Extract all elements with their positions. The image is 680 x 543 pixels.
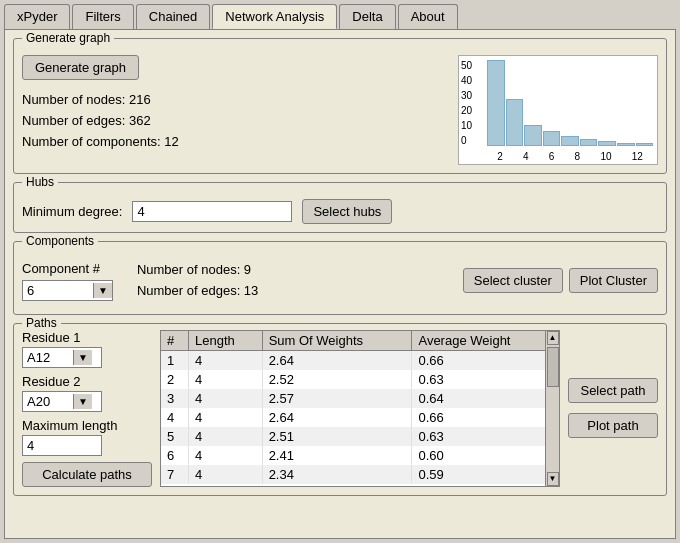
tab-xpyder[interactable]: xPyder [4,4,70,29]
residue1-label: Residue 1 [22,330,152,345]
components-title: Components [22,234,98,248]
hubs-section: Hubs Minimum degree: Select hubs [13,182,667,233]
bar-2 [506,99,524,146]
component-select-input[interactable] [23,281,93,300]
plot-path-button[interactable]: Plot path [568,413,658,438]
plot-cluster-button[interactable]: Plot Cluster [569,268,658,293]
components-stat: Number of components: 12 [22,132,450,153]
scrollbar-down-btn[interactable]: ▼ [547,472,559,486]
min-degree-label: Minimum degree: [22,204,122,219]
bar-3 [524,125,542,147]
col-num: # [161,331,189,351]
max-length-input[interactable] [22,435,102,456]
paths-title: Paths [22,316,61,330]
cell-num: 2 [161,370,189,389]
residue2-input[interactable] [23,392,73,411]
residue1-input[interactable] [23,348,73,367]
bar-8 [617,143,635,146]
cell-avg_weight: 0.64 [412,389,559,408]
tab-bar: xPyder Filters Chained Network Analysis … [0,0,680,29]
residue1-select-wrapper: ▼ [22,347,102,368]
chart-x-labels: 2 4 6 8 10 12 [487,151,653,162]
cell-num: 3 [161,389,189,408]
tab-filters[interactable]: Filters [72,4,133,29]
residue2-label: Residue 2 [22,374,152,389]
edges-stat: Number of edges: 362 [22,111,450,132]
tab-delta[interactable]: Delta [339,4,395,29]
main-content: Generate graph Generate graph Number of … [4,29,676,539]
hubs-row: Minimum degree: Select hubs [22,189,658,224]
cell-sum_weights: 2.41 [262,446,412,465]
edges-info: Number of edges: 13 [137,281,258,302]
hubs-title: Hubs [22,175,58,189]
cell-avg_weight: 0.66 [412,408,559,427]
generate-left: Generate graph Number of nodes: 216 Numb… [22,55,450,152]
table-row[interactable]: 742.340.59 [161,465,559,484]
generate-graph-section: Generate graph Generate graph Number of … [13,38,667,174]
tab-chained[interactable]: Chained [136,4,210,29]
component-select-wrapper: ▼ [22,280,113,301]
select-cluster-button[interactable]: Select cluster [463,268,563,293]
graph-stats: Number of nodes: 216 Number of edges: 36… [22,90,450,152]
paths-left: Residue 1 ▼ Residue 2 ▼ Maximum length C… [22,330,152,487]
col-length: Length [189,331,263,351]
residue1-dropdown[interactable]: ▼ [73,350,92,365]
table-row[interactable]: 642.410.60 [161,446,559,465]
table-row[interactable]: 542.510.63 [161,427,559,446]
col-avg: Average Weight [412,331,559,351]
generate-graph-button[interactable]: Generate graph [22,55,139,80]
cell-length: 4 [189,446,263,465]
table-row[interactable]: 442.640.66 [161,408,559,427]
residue2-select-wrapper: ▼ [22,391,102,412]
paths-right: Select path Plot path [568,330,658,487]
cell-num: 1 [161,350,189,370]
cell-sum_weights: 2.64 [262,408,412,427]
table-scrollbar[interactable]: ▲ ▼ [545,331,559,486]
scrollbar-thumb[interactable] [547,347,559,387]
degree-chart: 50 40 30 20 10 0 2 4 [458,55,658,165]
paths-table: # Length Sum Of Weights Average Weight 1… [161,331,559,484]
select-path-button[interactable]: Select path [568,378,658,403]
min-degree-input[interactable] [132,201,292,222]
cell-length: 4 [189,350,263,370]
residue2-dropdown[interactable]: ▼ [73,394,92,409]
cell-avg_weight: 0.63 [412,427,559,446]
tab-about[interactable]: About [398,4,458,29]
bar-4 [543,131,561,146]
cell-length: 4 [189,389,263,408]
cell-avg_weight: 0.66 [412,350,559,370]
cell-num: 5 [161,427,189,446]
paths-content: Residue 1 ▼ Residue 2 ▼ Maximum length C… [22,330,658,487]
select-hubs-button[interactable]: Select hubs [302,199,392,224]
component-label: Component # [22,261,113,276]
paths-table-wrapper: # Length Sum Of Weights Average Weight 1… [160,330,560,487]
cell-length: 4 [189,370,263,389]
cell-avg_weight: 0.60 [412,446,559,465]
comp-left: Component # ▼ [22,261,113,301]
cell-num: 7 [161,465,189,484]
tab-network-analysis[interactable]: Network Analysis [212,4,337,29]
nodes-info: Number of nodes: 9 [137,260,258,281]
table-row[interactable]: 342.570.64 [161,389,559,408]
paths-section: Paths Residue 1 ▼ Residue 2 ▼ Maximum le… [13,323,667,496]
components-section: Components Component # ▼ Number of nodes… [13,241,667,315]
max-length-label: Maximum length [22,418,152,433]
bar-6 [580,139,598,146]
cell-sum_weights: 2.52 [262,370,412,389]
nodes-stat: Number of nodes: 216 [22,90,450,111]
component-dropdown-btn[interactable]: ▼ [93,283,112,298]
calculate-paths-button[interactable]: Calculate paths [22,462,152,487]
cell-sum_weights: 2.51 [262,427,412,446]
chart-y-labels: 50 40 30 20 10 0 [461,60,472,146]
table-row[interactable]: 242.520.63 [161,370,559,389]
bar-9 [636,143,654,146]
cell-avg_weight: 0.63 [412,370,559,389]
cell-sum_weights: 2.64 [262,350,412,370]
bar-5 [561,136,579,146]
components-content: Component # ▼ Number of nodes: 9 Number … [22,248,658,302]
cell-sum_weights: 2.34 [262,465,412,484]
cell-avg_weight: 0.59 [412,465,559,484]
table-row[interactable]: 142.640.66 [161,350,559,370]
scrollbar-up-btn[interactable]: ▲ [547,331,559,345]
bar-7 [598,141,616,146]
